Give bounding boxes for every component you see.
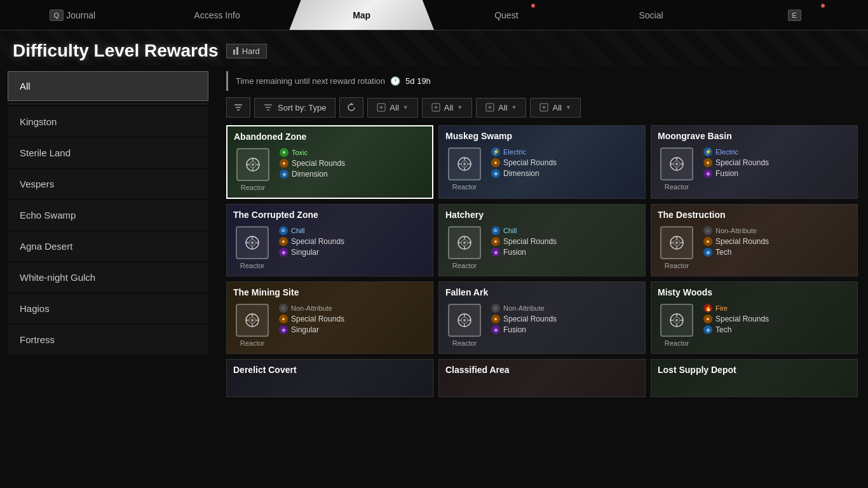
sidebar-echo-label: Echo Swamp (20, 210, 76, 220)
zone-card-misty[interactable]: Misty Woods (651, 281, 858, 354)
reward-item: ● Special Rounds (703, 237, 851, 246)
svg-point-31 (463, 163, 466, 165)
nav-access-info[interactable]: Access Info (145, 0, 290, 30)
chevron-down-icon-4: ▼ (566, 104, 571, 111)
nav-map[interactable]: Map (289, 0, 434, 30)
special-rounds-icon: ● (279, 237, 288, 246)
reward-item: ⚡ Electric (703, 147, 851, 156)
zone-title-corrupted: The Corrupted Zone (227, 205, 433, 222)
non-attr-icon: ○ (491, 304, 500, 313)
rewards-abandoned: ✦ Toxic ● Special Rounds ◈ Dimension (280, 148, 426, 179)
sidebar-hagios-label: Hagios (20, 303, 50, 314)
nav-quest[interactable]: Quest (434, 0, 579, 30)
reactor-label-destruction: Reactor (665, 262, 689, 269)
filter-dropdown-2[interactable]: All ▼ (422, 98, 472, 118)
difficulty-badge[interactable]: Hard (226, 44, 267, 58)
non-attr-icon: ○ (279, 304, 288, 313)
special-rounds-icon: ● (491, 237, 500, 246)
special-rounds-icon: ● (703, 237, 712, 246)
reward-item: ⚡ Electric (491, 147, 639, 156)
reward-item: ● Special Rounds (491, 237, 639, 246)
chill-icon: ❄ (279, 226, 288, 235)
singular-icon: ◈ (279, 325, 288, 334)
refresh-button[interactable] (339, 97, 363, 118)
zone-card-moongrave[interactable]: Moongrave Basin (651, 125, 858, 199)
zone-body-misty: Reactor 🔥 Fire ● Special Rounds (651, 300, 857, 353)
reactor-wrap-moongrave: Reactor (658, 147, 696, 191)
zone-card-lost[interactable]: Lost Supply Depot (651, 359, 858, 397)
filter-dropdown-3[interactable]: All ▼ (476, 98, 526, 118)
reward-item: ● Special Rounds (279, 237, 426, 246)
filter-dropdown-1[interactable]: All ▼ (367, 98, 417, 118)
quest-notification-dot (531, 4, 535, 8)
sort-button[interactable]: Sort by: Type (254, 98, 336, 118)
sidebar-item-sterile-land[interactable]: Sterile Land (8, 138, 208, 168)
reactor-label-abandoned: Reactor (241, 184, 266, 191)
zone-card-classified[interactable]: Classified Area (438, 359, 646, 397)
right-panel: Time remaining until next reward rotatio… (216, 66, 868, 488)
reactor-icon-hatchery (448, 226, 481, 259)
reactor-wrap-corrupted: Reactor (233, 226, 271, 269)
svg-point-52 (463, 241, 466, 244)
zone-card-muskeg[interactable]: Muskeg Swamp (438, 125, 646, 199)
sidebar-item-echo-swamp[interactable]: Echo Swamp (8, 200, 208, 230)
singular-icon: ◈ (279, 248, 288, 257)
reward-item: ● Special Rounds (491, 315, 639, 323)
chill-icon: ❄ (491, 226, 500, 235)
main-content: All Kingston Sterile Land Vespers Echo S… (0, 66, 868, 488)
reward-item: ◈ Tech (703, 325, 851, 334)
zone-card-hatchery[interactable]: Hatchery (438, 204, 646, 276)
filter-icon[interactable] (226, 97, 250, 118)
rewards-misty: 🔥 Fire ● Special Rounds ◈ Tech (703, 304, 851, 334)
nav-social[interactable]: Social (579, 0, 724, 30)
reactor-icon-moongrave (660, 147, 693, 180)
reactor-icon-mining (236, 304, 269, 337)
reactor-wrap-abandoned: Reactor (234, 148, 272, 191)
zone-title-misty: Misty Woods (651, 282, 857, 300)
zone-card-fallen[interactable]: Fallen Ark (438, 281, 646, 354)
zone-card-abandoned[interactable]: Abandoned Zone (226, 125, 433, 199)
timer-label: Time remaining until next reward rotatio… (236, 76, 385, 86)
reactor-wrap-muskeg: Reactor (445, 147, 484, 191)
zone-card-mining[interactable]: The Mining Site (226, 281, 433, 354)
sidebar-item-fortress[interactable]: Fortress (8, 325, 208, 355)
reactor-label-misty: Reactor (665, 339, 689, 347)
reactor-wrap-destruction: Reactor (658, 226, 696, 269)
page-title: Difficulty Level Rewards (13, 41, 219, 61)
svg-point-59 (675, 241, 678, 244)
filter-dropdown-4[interactable]: All ▼ (530, 98, 580, 118)
reward-item: 🔥 Fire (703, 304, 851, 313)
reward-item: ● Special Rounds (279, 315, 426, 323)
sidebar-item-all[interactable]: All (8, 71, 208, 101)
zone-card-corrupted[interactable]: The Corrupted Zone (226, 204, 433, 276)
chevron-down-icon-1: ▼ (403, 104, 409, 111)
nav-label-social: Social (639, 10, 663, 20)
nav-journal[interactable]: Q Journal (0, 0, 145, 30)
nav-key-e: E (788, 10, 801, 21)
zone-card-derelict[interactable]: Derelict Covert (226, 359, 433, 397)
zone-title-moongrave: Moongrave Basin (651, 126, 857, 144)
reward-item: ◈ Fusion (491, 325, 639, 334)
sidebar-all-label: All (20, 81, 31, 92)
sidebar-item-vespers[interactable]: Vespers (8, 169, 208, 199)
nav-label-map: Map (353, 10, 370, 20)
reactor-label-mining: Reactor (240, 339, 265, 347)
zones-grid: Abandoned Zone (226, 125, 858, 397)
zone-card-destruction[interactable]: The Destruction (651, 204, 858, 276)
nav-label-access: Access Info (194, 10, 240, 20)
sidebar-item-white-night[interactable]: White-night Gulch (8, 262, 208, 292)
reward-item: ○ Non-Attribute (279, 304, 426, 313)
reward-item: ◈ Fusion (703, 169, 851, 178)
reward-item: ◈ Fusion (491, 248, 639, 257)
chevron-down-icon-3: ▼ (512, 104, 517, 111)
nav-e[interactable]: E (723, 0, 868, 30)
zone-body-corrupted: Reactor ❄ Chill ● Special Rounds (227, 222, 433, 276)
sidebar-item-kingston[interactable]: Kingston (8, 107, 208, 137)
reward-item: ◈ Dimension (491, 169, 639, 178)
dimension-icon: ◈ (491, 169, 500, 178)
filter3-label: All (498, 103, 507, 112)
reactor-wrap-hatchery: Reactor (445, 226, 484, 269)
sidebar-item-hagios[interactable]: Hagios (8, 294, 208, 323)
special-rounds-icon: ● (280, 159, 288, 168)
sidebar-item-agna-desert[interactable]: Agna Desert (8, 231, 208, 261)
